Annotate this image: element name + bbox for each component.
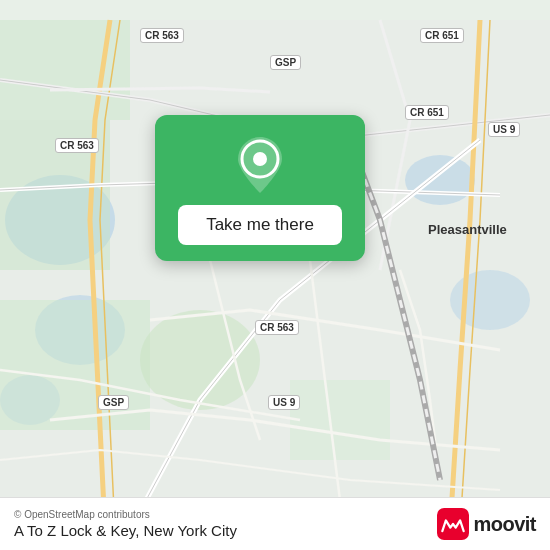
- road-label-cr651-mid: CR 651: [405, 105, 449, 120]
- bottom-left: © OpenStreetMap contributors A To Z Lock…: [14, 509, 237, 539]
- map-container: CR 563 GSP CR 651 CR 563 CR 651 US 9 CR …: [0, 0, 550, 550]
- map-background: [0, 0, 550, 550]
- map-attribution: © OpenStreetMap contributors: [14, 509, 237, 520]
- bottom-bar: © OpenStreetMap contributors A To Z Lock…: [0, 497, 550, 550]
- location-pin: [234, 135, 286, 195]
- road-label-cr563-mid: CR 563: [55, 138, 99, 153]
- moovit-brand-text: moovit: [473, 513, 536, 536]
- road-label-cr563-top: CR 563: [140, 28, 184, 43]
- road-label-cr651-top: CR 651: [420, 28, 464, 43]
- popup-card: Take me there: [155, 115, 365, 261]
- take-me-there-button[interactable]: Take me there: [178, 205, 342, 245]
- road-label-us9-bot: US 9: [268, 395, 300, 410]
- road-label-gsp-top: GSP: [270, 55, 301, 70]
- svg-rect-10: [290, 380, 390, 460]
- svg-point-4: [405, 155, 475, 205]
- svg-rect-6: [0, 20, 130, 120]
- svg-point-12: [253, 152, 267, 166]
- place-label-pleasantville: Pleasantville: [428, 222, 507, 237]
- svg-rect-8: [0, 300, 150, 430]
- location-title: A To Z Lock & Key, New York City: [14, 522, 237, 539]
- moovit-icon: [437, 508, 469, 540]
- moovit-logo[interactable]: moovit: [437, 508, 536, 540]
- road-label-us9-top: US 9: [488, 122, 520, 137]
- road-label-gsp-bot: GSP: [98, 395, 129, 410]
- road-label-cr563-bot: CR 563: [255, 320, 299, 335]
